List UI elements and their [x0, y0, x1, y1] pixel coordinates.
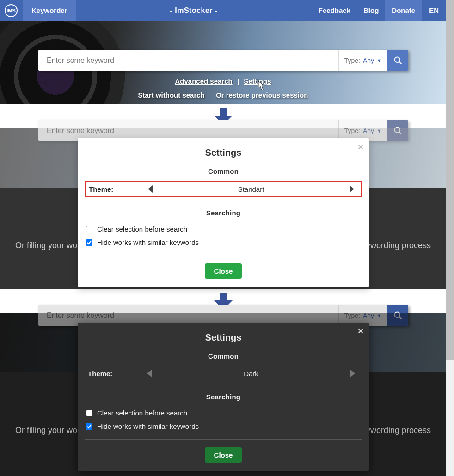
theme-label: Theme:	[88, 370, 143, 378]
close-button[interactable]: Close	[205, 447, 242, 463]
settings-modal-dark: × Settings Common Theme: Dark Searching …	[78, 323, 369, 471]
divider	[85, 256, 362, 256]
opt-clear-checkbox[interactable]	[86, 226, 92, 232]
nav-donate-button[interactable]: Donate	[385, 0, 422, 21]
close-icon[interactable]: ×	[358, 142, 363, 153]
opt-hide-checkbox[interactable]	[86, 239, 92, 246]
theme-prev-icon[interactable]	[148, 185, 153, 193]
bg-text-left: Or filling your wor	[15, 426, 80, 435]
theme-value: Dark	[244, 370, 258, 378]
svg-point-0	[394, 57, 400, 62]
type-value: Any	[363, 312, 374, 319]
modal-title: Settings	[85, 332, 362, 343]
opt-clear-label: Clear selection before search	[97, 225, 187, 233]
opt-clear-label: Clear selection before search	[97, 409, 187, 417]
settings-link[interactable]: Settings	[244, 77, 271, 85]
svg-line-1	[399, 61, 401, 64]
type-label: Type:	[344, 312, 360, 319]
search-icon	[393, 56, 403, 65]
modal-title: Settings	[85, 147, 362, 158]
close-button[interactable]: Close	[205, 263, 242, 279]
hero-banner: Type: Any ▼ Advanced search | Settings S…	[0, 21, 446, 104]
advanced-search-link[interactable]: Advanced search	[175, 77, 233, 85]
opt-clear-row[interactable]: Clear selection before search	[85, 406, 362, 420]
hero-links-row-1: Advanced search | Settings	[0, 77, 446, 85]
settings-modal-light: × Settings Common Theme: Standart Search…	[78, 138, 369, 287]
search-button[interactable]	[387, 305, 408, 326]
search-button[interactable]	[387, 120, 408, 141]
bg-text-left: Or filling your wor	[15, 241, 80, 250]
close-icon[interactable]: ×	[358, 326, 363, 336]
nav-language-button[interactable]: EN	[422, 0, 446, 21]
theme-next-icon[interactable]	[350, 185, 354, 193]
bg-text-right: eywording process	[362, 426, 431, 435]
separator: |	[237, 77, 239, 85]
divider	[85, 204, 362, 204]
divider	[85, 388, 362, 388]
search-input[interactable]	[38, 127, 338, 135]
type-dropdown[interactable]: Type: Any ▼	[338, 50, 387, 71]
section-searching: Searching	[85, 393, 362, 401]
divider	[85, 439, 362, 440]
type-label: Type:	[344, 127, 360, 134]
opt-hide-label: Hide works with similar keywords	[97, 238, 199, 246]
search-icon	[393, 311, 403, 320]
opt-clear-row[interactable]: Clear selection before search	[85, 222, 362, 236]
chevron-down-icon: ▼	[377, 313, 382, 318]
logo-icon[interactable]: IMS	[5, 4, 18, 17]
opt-hide-row[interactable]: Hide works with similar keywords	[85, 236, 362, 249]
restore-session-link[interactable]: Or restore previous session	[216, 91, 308, 99]
svg-point-4	[394, 312, 400, 317]
panel-settings-dark: Type: Any ▼ Or filling your wor eywordin…	[0, 313, 446, 476]
section-common: Common	[85, 352, 362, 360]
opt-clear-checkbox[interactable]	[86, 410, 92, 416]
section-searching: Searching	[85, 209, 362, 217]
hero-links-row-2: Start without search Or restore previous…	[0, 91, 446, 99]
search-button[interactable]	[387, 50, 408, 71]
search-icon	[393, 126, 403, 135]
nav-keyworder-button[interactable]: Keyworder	[23, 0, 76, 21]
opt-hide-checkbox[interactable]	[86, 423, 92, 430]
theme-label: Theme:	[89, 185, 144, 193]
opt-hide-label: Hide works with similar keywords	[97, 422, 199, 430]
search-input[interactable]	[38, 56, 338, 65]
scrollbar-thumb[interactable]	[446, 0, 454, 360]
chevron-down-icon: ▼	[377, 128, 382, 134]
type-value: Any	[363, 127, 374, 134]
start-without-search-link[interactable]: Start without search	[138, 91, 205, 99]
theme-row-highlighted: Theme: Standart	[85, 181, 362, 197]
search-input[interactable]	[38, 311, 338, 320]
app-title: - ImStocker -	[76, 6, 312, 15]
theme-next-icon[interactable]	[350, 370, 355, 377]
nav-blog-link[interactable]: Blog	[357, 0, 385, 21]
type-value: Any	[363, 57, 374, 64]
navbar: IMS Keyworder - ImStocker - Feedback Blo…	[0, 0, 446, 21]
theme-prev-icon[interactable]	[147, 370, 152, 377]
theme-row: Theme: Dark	[85, 366, 362, 381]
search-bar: Type: Any ▼	[38, 50, 408, 71]
svg-line-5	[399, 317, 401, 319]
theme-picker: Dark	[143, 370, 359, 378]
nav-feedback-link[interactable]: Feedback	[312, 0, 357, 21]
chevron-down-icon: ▼	[377, 58, 382, 63]
mouse-cursor-icon	[258, 81, 266, 91]
svg-line-3	[399, 132, 401, 134]
panel-top: IMS Keyworder - ImStocker - Feedback Blo…	[0, 0, 446, 104]
section-common: Common	[85, 167, 362, 175]
opt-hide-row[interactable]: Hide works with similar keywords	[85, 420, 362, 433]
panel-settings-light: Type: Any ▼ Or filling your wor eywordin…	[0, 128, 446, 289]
type-label: Type:	[344, 57, 360, 64]
theme-value: Standart	[238, 185, 264, 193]
theme-picker: Standart	[144, 185, 358, 193]
svg-point-2	[394, 127, 400, 133]
bg-text-right: eywording process	[362, 241, 431, 250]
